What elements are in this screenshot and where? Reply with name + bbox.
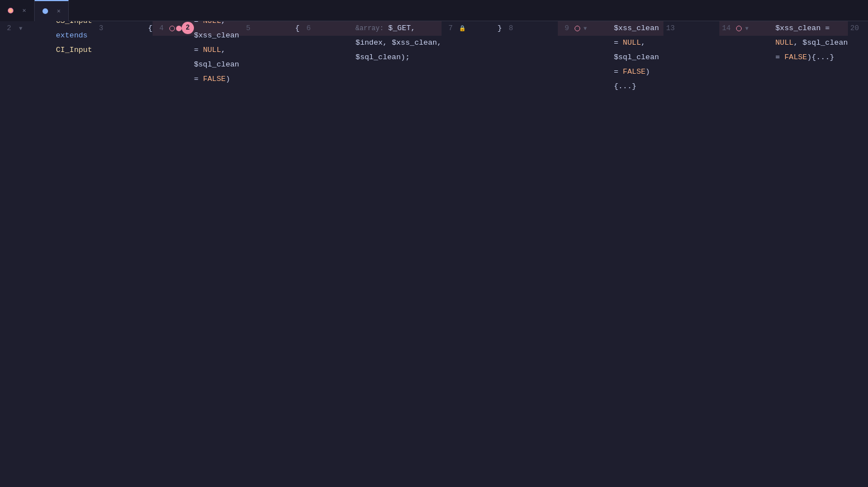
collapse-arrow-icon[interactable]: ▼ xyxy=(17,25,25,32)
gutter-cell: ▼ xyxy=(575,25,599,32)
line-number: 9 xyxy=(558,21,575,36)
tab-dot-blue xyxy=(42,8,48,14)
code-text: public function post($index = NULL, $xss… xyxy=(614,21,663,94)
code-row: 6 return $this->_fetch_from_array( &arra… xyxy=(300,21,442,36)
line-number: 7 xyxy=(442,21,458,36)
code-row: 4▼2 public function get($index = NULL, $… xyxy=(153,21,239,36)
line-number: 6 xyxy=(300,21,316,36)
tab-csinput-close[interactable]: ✕ xyxy=(57,7,61,15)
code-row: 3{ xyxy=(92,21,153,36)
line-number: 5 xyxy=(239,21,256,36)
code-row: 2▼class CS_Input extends CI_Input xyxy=(0,21,92,36)
code-row: 14▼ public function post_get($index, $xs… xyxy=(719,21,848,36)
line-number: 8 xyxy=(502,21,519,36)
code-text: return $this->_fetch_from_array( &array:… xyxy=(355,21,442,65)
code-row: 20 xyxy=(848,21,868,36)
code-row: 13 xyxy=(663,21,719,36)
badge-2: 2 xyxy=(182,22,194,34)
collapse-arrow-icon[interactable]: ▼ xyxy=(743,25,751,32)
tab-csinput[interactable]: ✕ xyxy=(35,0,69,21)
gutter-cell: 🔒 xyxy=(458,25,483,32)
code-row: 5 { xyxy=(239,21,300,36)
line-number: 2 xyxy=(0,21,17,36)
code-row: 8 xyxy=(502,21,558,36)
code-text: } xyxy=(497,21,502,36)
code-text: public function post_get($index, $xss_cl… xyxy=(775,21,848,65)
breakpoint-outline[interactable] xyxy=(736,26,742,31)
gutter-cell: ▼ xyxy=(736,25,761,32)
line-number: 3 xyxy=(92,21,109,36)
code-text: public function get($index = NULL, $xss_… xyxy=(194,21,239,87)
tab-playsong-close[interactable]: ✕ xyxy=(22,7,26,14)
line-number: 4 xyxy=(153,21,169,36)
line-number: 20 xyxy=(848,21,865,36)
breakpoint-outline[interactable] xyxy=(169,26,175,31)
lock-icon: 🔒 xyxy=(458,25,466,32)
tab-bar: ✕ ✕ xyxy=(0,0,868,21)
code-row: 7🔒 } xyxy=(442,21,502,36)
collapse-arrow-icon[interactable]: ▼ xyxy=(581,25,589,32)
code-text: { xyxy=(295,21,300,36)
tab-dot-orange xyxy=(8,8,13,13)
code-row: 9▼ public function post($index = NULL, $… xyxy=(558,21,663,36)
gutter-cell: ▼ xyxy=(17,25,41,32)
editor-container: ✕ ✕ 2▼class CS_Input extends CI_Input3{4… xyxy=(0,0,868,487)
tab-playsong[interactable]: ✕ xyxy=(0,0,35,21)
code-text: { xyxy=(148,21,153,36)
breakpoint-dot[interactable] xyxy=(176,26,182,31)
code-text: class CS_Input extends CI_Input xyxy=(56,21,92,58)
line-number: 14 xyxy=(719,21,736,36)
editor-body: 2▼class CS_Input extends CI_Input3{4▼2 p… xyxy=(0,21,868,487)
breakpoint-outline[interactable] xyxy=(575,26,580,31)
line-number: 13 xyxy=(663,21,680,36)
